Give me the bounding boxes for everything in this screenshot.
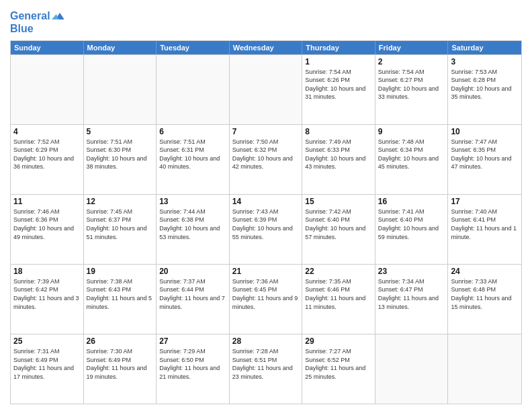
- day-number: 5: [87, 127, 154, 136]
- day-cell-19: 19Sunrise: 7:38 AMSunset: 6:43 PMDayligh…: [84, 265, 157, 334]
- day-cell-10: 10Sunrise: 7:47 AMSunset: 6:35 PMDayligh…: [448, 125, 521, 194]
- day-number: 29: [305, 336, 372, 346]
- calendar-header: SundayMondayTuesdayWednesdayThursdayFrid…: [11, 41, 521, 54]
- empty-cell: [448, 334, 521, 404]
- day-cell-8: 8Sunrise: 7:49 AMSunset: 6:33 PMDaylight…: [302, 125, 375, 194]
- day-cell-25: 25Sunrise: 7:31 AMSunset: 6:49 PMDayligh…: [11, 334, 84, 404]
- day-number: 25: [13, 336, 81, 346]
- calendar-row-3: 18Sunrise: 7:39 AMSunset: 6:42 PMDayligh…: [11, 264, 521, 334]
- day-number: 12: [87, 197, 154, 206]
- day-info: Sunrise: 7:29 AMSunset: 6:50 PMDaylight:…: [159, 347, 226, 381]
- day-cell-28: 28Sunrise: 7:28 AMSunset: 6:51 PMDayligh…: [230, 334, 303, 404]
- day-number: 10: [451, 127, 519, 136]
- day-cell-9: 9Sunrise: 7:48 AMSunset: 6:34 PMDaylight…: [375, 125, 449, 194]
- logo: General Blue: [10, 9, 65, 35]
- logo-text: General: [10, 10, 50, 22]
- day-cell-7: 7Sunrise: 7:50 AMSunset: 6:32 PMDaylight…: [230, 125, 303, 194]
- header: General Blue: [10, 7, 522, 35]
- day-number: 15: [305, 197, 372, 206]
- day-number: 19: [87, 267, 154, 276]
- day-info: Sunrise: 7:51 AMSunset: 6:30 PMDaylight:…: [87, 138, 154, 171]
- logo-text-blue: Blue: [10, 23, 65, 35]
- day-cell-27: 27Sunrise: 7:29 AMSunset: 6:50 PMDayligh…: [157, 334, 230, 404]
- day-info: Sunrise: 7:41 AMSunset: 6:40 PMDaylight:…: [378, 208, 445, 241]
- day-cell-21: 21Sunrise: 7:36 AMSunset: 6:45 PMDayligh…: [230, 265, 303, 334]
- day-info: Sunrise: 7:52 AMSunset: 6:29 PMDaylight:…: [13, 138, 81, 171]
- day-info: Sunrise: 7:40 AMSunset: 6:41 PMDaylight:…: [451, 208, 519, 241]
- header-day-tuesday: Tuesday: [157, 41, 230, 54]
- day-number: 13: [159, 197, 226, 206]
- day-info: Sunrise: 7:48 AMSunset: 6:34 PMDaylight:…: [378, 138, 445, 171]
- day-number: 8: [305, 127, 372, 136]
- day-number: 1: [305, 57, 372, 66]
- header-day-friday: Friday: [375, 41, 449, 54]
- day-cell-11: 11Sunrise: 7:46 AMSunset: 6:36 PMDayligh…: [11, 195, 84, 264]
- logo-icon: [52, 9, 65, 23]
- day-cell-29: 29Sunrise: 7:27 AMSunset: 6:52 PMDayligh…: [302, 334, 375, 404]
- day-number: 17: [451, 197, 519, 206]
- day-number: 16: [378, 197, 445, 206]
- calendar: SundayMondayTuesdayWednesdayThursdayFrid…: [10, 40, 522, 404]
- header-day-thursday: Thursday: [302, 41, 375, 54]
- calendar-row-1: 4Sunrise: 7:52 AMSunset: 6:29 PMDaylight…: [11, 124, 521, 194]
- day-cell-14: 14Sunrise: 7:43 AMSunset: 6:39 PMDayligh…: [230, 195, 303, 264]
- day-number: 22: [305, 267, 372, 276]
- day-cell-2: 2Sunrise: 7:54 AMSunset: 6:27 PMDaylight…: [375, 55, 449, 124]
- day-info: Sunrise: 7:47 AMSunset: 6:35 PMDaylight:…: [451, 138, 519, 171]
- day-number: 20: [159, 267, 226, 276]
- day-cell-22: 22Sunrise: 7:35 AMSunset: 6:46 PMDayligh…: [302, 265, 375, 334]
- day-cell-20: 20Sunrise: 7:37 AMSunset: 6:44 PMDayligh…: [157, 265, 230, 334]
- day-cell-17: 17Sunrise: 7:40 AMSunset: 6:41 PMDayligh…: [448, 195, 521, 264]
- header-day-saturday: Saturday: [448, 41, 521, 54]
- day-number: 3: [451, 57, 519, 66]
- day-info: Sunrise: 7:53 AMSunset: 6:28 PMDaylight:…: [451, 68, 519, 101]
- day-cell-12: 12Sunrise: 7:45 AMSunset: 6:37 PMDayligh…: [84, 195, 157, 264]
- day-info: Sunrise: 7:46 AMSunset: 6:36 PMDaylight:…: [13, 208, 81, 241]
- day-info: Sunrise: 7:33 AMSunset: 6:48 PMDaylight:…: [451, 277, 519, 311]
- day-info: Sunrise: 7:54 AMSunset: 6:27 PMDaylight:…: [378, 68, 445, 101]
- day-info: Sunrise: 7:42 AMSunset: 6:40 PMDaylight:…: [305, 208, 372, 241]
- day-cell-4: 4Sunrise: 7:52 AMSunset: 6:29 PMDaylight…: [11, 125, 84, 194]
- day-cell-1: 1Sunrise: 7:54 AMSunset: 6:26 PMDaylight…: [302, 55, 375, 124]
- day-info: Sunrise: 7:44 AMSunset: 6:38 PMDaylight:…: [159, 208, 226, 241]
- day-info: Sunrise: 7:43 AMSunset: 6:39 PMDaylight:…: [232, 208, 300, 241]
- day-cell-3: 3Sunrise: 7:53 AMSunset: 6:28 PMDaylight…: [448, 55, 521, 124]
- day-number: 4: [13, 127, 81, 136]
- day-info: Sunrise: 7:45 AMSunset: 6:37 PMDaylight:…: [87, 208, 154, 241]
- day-cell-13: 13Sunrise: 7:44 AMSunset: 6:38 PMDayligh…: [157, 195, 230, 264]
- empty-cell: [375, 334, 449, 404]
- day-info: Sunrise: 7:54 AMSunset: 6:26 PMDaylight:…: [305, 68, 372, 101]
- day-info: Sunrise: 7:51 AMSunset: 6:31 PMDaylight:…: [159, 138, 226, 171]
- day-number: 11: [13, 197, 81, 206]
- day-info: Sunrise: 7:27 AMSunset: 6:52 PMDaylight:…: [305, 347, 372, 381]
- day-cell-24: 24Sunrise: 7:33 AMSunset: 6:48 PMDayligh…: [448, 265, 521, 334]
- page: General Blue SundayMondayTuesdayWednesda…: [0, 0, 532, 411]
- day-number: 27: [159, 336, 226, 346]
- header-day-sunday: Sunday: [11, 41, 84, 54]
- calendar-body: 1Sunrise: 7:54 AMSunset: 6:26 PMDaylight…: [11, 54, 521, 404]
- day-number: 7: [232, 127, 300, 136]
- day-cell-5: 5Sunrise: 7:51 AMSunset: 6:30 PMDaylight…: [84, 125, 157, 194]
- day-number: 21: [232, 267, 300, 276]
- day-number: 24: [451, 267, 519, 276]
- day-number: 14: [232, 197, 300, 206]
- day-number: 6: [159, 127, 226, 136]
- day-cell-16: 16Sunrise: 7:41 AMSunset: 6:40 PMDayligh…: [375, 195, 449, 264]
- day-number: 18: [13, 267, 81, 276]
- day-info: Sunrise: 7:50 AMSunset: 6:32 PMDaylight:…: [232, 138, 300, 171]
- empty-cell: [84, 55, 157, 124]
- day-cell-6: 6Sunrise: 7:51 AMSunset: 6:31 PMDaylight…: [157, 125, 230, 194]
- calendar-row-4: 25Sunrise: 7:31 AMSunset: 6:49 PMDayligh…: [11, 334, 521, 404]
- day-info: Sunrise: 7:38 AMSunset: 6:43 PMDaylight:…: [87, 277, 154, 311]
- day-info: Sunrise: 7:34 AMSunset: 6:47 PMDaylight:…: [378, 277, 445, 311]
- empty-cell: [157, 55, 230, 124]
- empty-cell: [11, 55, 84, 124]
- day-info: Sunrise: 7:36 AMSunset: 6:45 PMDaylight:…: [232, 277, 300, 311]
- day-info: Sunrise: 7:28 AMSunset: 6:51 PMDaylight:…: [232, 347, 300, 381]
- day-cell-15: 15Sunrise: 7:42 AMSunset: 6:40 PMDayligh…: [302, 195, 375, 264]
- day-info: Sunrise: 7:39 AMSunset: 6:42 PMDaylight:…: [13, 277, 81, 311]
- day-number: 23: [378, 267, 445, 276]
- day-number: 28: [232, 336, 300, 346]
- day-info: Sunrise: 7:49 AMSunset: 6:33 PMDaylight:…: [305, 138, 372, 171]
- empty-cell: [230, 55, 303, 124]
